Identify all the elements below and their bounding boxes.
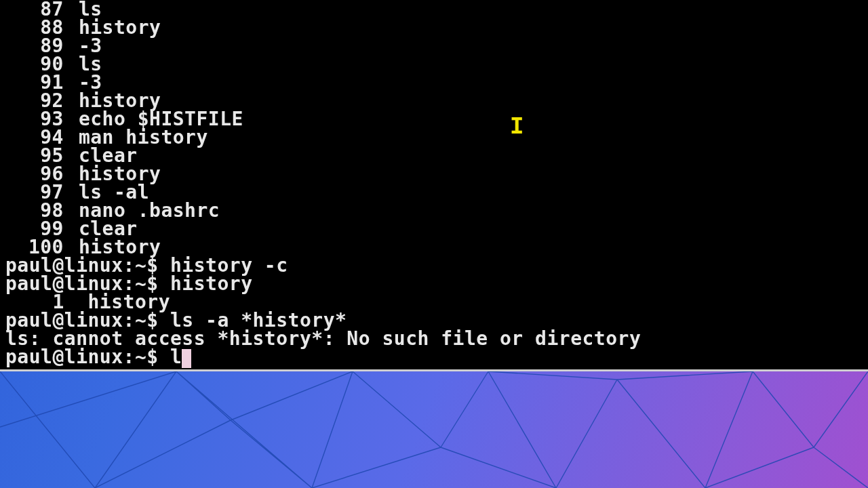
text-cursor	[182, 349, 191, 368]
history-number: 94	[5, 128, 64, 146]
history-command: history	[79, 238, 161, 256]
history-number: 96	[5, 165, 64, 183]
history-command: ls	[79, 0, 102, 18]
history-row: 93echo $HISTFILE	[5, 110, 863, 128]
history-row: 100history	[5, 238, 863, 256]
history-number: 87	[5, 0, 64, 18]
history-command: history	[79, 92, 161, 110]
terminal-output[interactable]: 87ls88history89-390ls91-392history93echo…	[0, 0, 868, 368]
history-row: 94man history	[5, 128, 863, 146]
history-number: 93	[5, 110, 64, 128]
history-number: 99	[5, 220, 64, 238]
terminal-window[interactable]: 87ls88history89-390ls91-392history93echo…	[0, 0, 868, 371]
history-number: 100	[5, 238, 64, 256]
history-row: 89-3	[5, 37, 863, 55]
history-number: 92	[5, 92, 64, 110]
history-number: 95	[5, 146, 64, 165]
history-number: 97	[5, 183, 64, 201]
history-number: 98	[5, 201, 64, 220]
history-command: ls	[79, 55, 102, 73]
history-row: 88history	[5, 18, 863, 37]
history-row: 97ls -al	[5, 183, 863, 201]
history-row: 90ls	[5, 55, 863, 73]
output-line: 1 history	[5, 293, 863, 311]
history-row: 91-3	[5, 73, 863, 92]
history-command: nano .bashrc	[79, 201, 220, 220]
history-number: 91	[5, 73, 64, 92]
history-number: 88	[5, 18, 64, 37]
history-command: history	[79, 165, 161, 183]
history-number: 89	[5, 37, 64, 55]
history-row: 87ls	[5, 0, 863, 18]
output-line: paul@linux:~$ ls -a *history*	[5, 311, 863, 329]
history-command: man history	[79, 128, 208, 146]
history-row: 99clear	[5, 220, 863, 238]
current-prompt-line[interactable]: paul@linux:~$ l	[5, 348, 863, 368]
current-input-text[interactable]: l	[170, 346, 182, 368]
output-line: ls: cannot access *history*: No such fil…	[5, 329, 863, 348]
history-command: echo $HISTFILE	[79, 110, 243, 128]
shell-prompt: paul@linux:~$	[5, 346, 170, 368]
history-number: 90	[5, 55, 64, 73]
output-line: paul@linux:~$ history -c	[5, 256, 863, 274]
history-command: history	[79, 18, 161, 37]
history-command: -3	[79, 73, 102, 92]
history-command: clear	[79, 146, 138, 165]
history-command: -3	[79, 37, 102, 55]
history-command: clear	[79, 220, 138, 238]
output-line: paul@linux:~$ history	[5, 274, 863, 293]
history-row: 98nano .bashrc	[5, 201, 863, 220]
history-row: 95clear	[5, 146, 863, 165]
history-row: 96history	[5, 165, 863, 183]
history-command: ls -al	[79, 183, 149, 201]
history-row: 92history	[5, 92, 863, 110]
ibeam-cursor-icon: I	[510, 113, 524, 141]
